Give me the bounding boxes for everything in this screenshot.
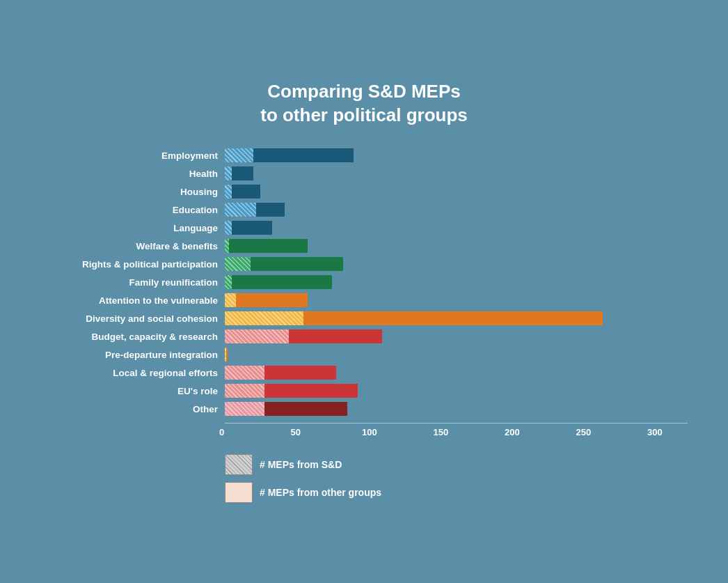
chart-area: EmploymentHealthHousingEducationLanguage… <box>44 148 684 503</box>
bar-sd-segment <box>225 293 236 307</box>
bar-other-segment <box>264 366 336 380</box>
chart-container: Comparing S&D MEPs to other political gr… <box>23 66 705 518</box>
x-axis-tick: 100 <box>362 427 377 437</box>
bar-other-segment <box>264 402 347 416</box>
bar-other-segment <box>232 275 332 289</box>
bar-label: Welfare & benefits <box>44 241 225 251</box>
bar-row: Family reunification <box>44 274 684 290</box>
bars-wrapper: EmploymentHealthHousingEducationLanguage… <box>44 148 684 419</box>
bar-track <box>225 348 228 362</box>
x-axis-tick: 150 <box>434 427 449 437</box>
bar-sd-segment <box>225 402 264 416</box>
bar-sd-segment <box>225 221 232 235</box>
legend-sd-label: # MEPs from S&D <box>260 459 342 470</box>
bar-other-segment <box>251 257 343 271</box>
bar-sd-segment <box>225 329 289 343</box>
bar-other-segment <box>226 348 228 362</box>
bar-track <box>225 329 382 343</box>
bar-sd-segment <box>225 311 303 325</box>
bar-sd-segment <box>225 148 253 162</box>
bar-label: Diversity and social cohesion <box>44 313 225 324</box>
legend-other-item: # MEPs from other groups <box>225 482 684 503</box>
bar-sd-segment <box>225 203 256 217</box>
bar-label: Pre-departure integration <box>44 350 225 360</box>
bar-other-segment <box>289 329 381 343</box>
bar-sd-segment <box>225 166 232 180</box>
legend: # MEPs from S&D # MEPs from other groups <box>225 454 684 503</box>
bar-row: EU's role <box>44 383 684 398</box>
bar-track <box>225 239 308 253</box>
bar-label: Other <box>44 404 225 414</box>
bar-row: Education <box>44 202 684 217</box>
x-axis: 050100150200250300 <box>225 423 688 440</box>
bar-label: Attention to the vulnerable <box>44 295 225 306</box>
bar-sd-segment <box>225 366 264 380</box>
legend-other-label: # MEPs from other groups <box>260 487 381 498</box>
bar-sd-segment <box>225 384 264 398</box>
bar-row: Diversity and social cohesion <box>44 311 684 326</box>
bar-other-segment <box>264 384 357 398</box>
bar-track <box>225 148 354 162</box>
bar-row: Local & regional efforts <box>44 365 684 380</box>
bar-sd-segment <box>225 257 251 271</box>
bar-label: Housing <box>44 187 225 197</box>
chart-title: Comparing S&D MEPs to other political gr… <box>44 80 684 127</box>
bar-row: Rights & political participation <box>44 256 684 272</box>
chart-title-line1: Comparing S&D MEPs <box>267 81 460 102</box>
bar-sd-segment <box>225 275 232 289</box>
bar-row: Language <box>44 220 684 235</box>
bar-row: Other <box>44 401 684 417</box>
bar-other-segment <box>303 311 603 325</box>
bar-label: Employment <box>44 150 225 161</box>
legend-other-box <box>225 482 253 503</box>
bar-label: Local & regional efforts <box>44 368 225 378</box>
bar-other-segment <box>256 203 285 217</box>
bar-track <box>225 384 358 398</box>
bar-label: Family reunification <box>44 277 225 288</box>
bar-row: Employment <box>44 148 684 163</box>
bar-other-segment <box>253 148 354 162</box>
x-axis-tick: 50 <box>291 427 301 437</box>
bar-row: Attention to the vulnerable <box>44 293 684 308</box>
bar-track <box>225 257 343 271</box>
bar-track <box>225 166 253 180</box>
bar-track <box>225 366 336 380</box>
bar-other-segment <box>232 185 260 199</box>
bar-other-segment <box>232 166 253 180</box>
bar-label: Rights & political participation <box>44 259 225 270</box>
x-axis-tick: 200 <box>505 427 520 437</box>
bar-label: Language <box>44 223 225 233</box>
bar-track <box>225 293 308 307</box>
bar-track <box>225 203 285 217</box>
bar-track <box>225 311 603 325</box>
bar-row: Welfare & benefits <box>44 238 684 254</box>
bar-row: Budget, capacity & research <box>44 329 684 344</box>
bar-other-segment <box>232 221 271 235</box>
legend-sd-item: # MEPs from S&D <box>225 454 684 475</box>
bar-row: Health <box>44 166 684 181</box>
x-axis-tick: 300 <box>647 427 663 437</box>
legend-sd-box <box>225 454 253 475</box>
chart-title-line2: to other political groups <box>260 104 468 125</box>
bar-label: Health <box>44 169 225 179</box>
bar-label: EU's role <box>44 386 225 396</box>
bar-track <box>225 275 332 289</box>
bar-other-segment <box>236 293 308 307</box>
bar-other-segment <box>229 239 308 253</box>
bar-row: Pre-departure integration <box>44 347 684 362</box>
bar-label: Budget, capacity & research <box>44 332 225 342</box>
bar-label: Education <box>44 205 225 215</box>
x-axis-tick: 0 <box>219 427 224 437</box>
bar-sd-segment <box>225 185 232 199</box>
bar-track <box>225 402 347 416</box>
bar-track <box>225 185 260 199</box>
bar-row: Housing <box>44 184 684 199</box>
bar-track <box>225 221 272 235</box>
x-axis-tick: 250 <box>576 427 592 437</box>
